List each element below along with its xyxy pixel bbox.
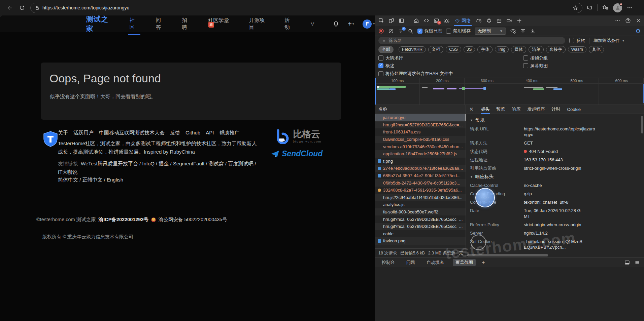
bookmark-star-icon[interactable] [573,5,578,10]
request-row[interactable]: analytics.js [375,201,466,208]
drawer-tab-4[interactable]: 覆盖范围 [453,259,476,266]
user-menu[interactable]: F ▾ [363,19,375,29]
nav-item-4[interactable]: 社区学堂新 [208,17,232,31]
activity-bar-icon[interactable] [399,18,404,24]
request-row[interactable]: hm.gif?hca=052769D3D3EB765C&cc=... [375,223,466,230]
checkbox-unchecked-icon[interactable] [378,71,383,76]
overview-checkbox[interactable]: 概述 [378,63,394,69]
request-row[interactable]: 274e7ebc8ad0db0b7e718fceea3628a9... [375,165,466,172]
elements-tab-icon[interactable] [423,18,429,24]
icp-number[interactable]: 渝ICP备2022001292号 [99,216,148,223]
more-filters-button[interactable]: 增加筛选条件 ▼ [594,38,625,44]
filter-toggle-button[interactable]: ✕ [398,28,404,34]
request-row[interactable]: application-18b47cade2506b27bf82.js [375,150,466,158]
filter-chip-12[interactable]: 其他 [589,46,604,53]
checkbox-unchecked-icon[interactable] [446,29,451,34]
request-name[interactable]: analytics.js [383,202,405,207]
big-request-rows-checkbox[interactable]: 大请求行 [378,55,403,61]
search-network-icon[interactable] [408,28,413,34]
footer-link-1[interactable]: 关于 [58,129,68,136]
drawer-tab-1[interactable]: 控制台 [379,259,398,266]
request-row[interactable]: fa-solid-900-3ceb50e7.woff2 [375,208,466,216]
close-details-icon[interactable]: ✕ [469,106,474,112]
close-devtools-icon[interactable] [636,18,641,24]
footer-link-6[interactable]: API [206,129,214,136]
nav-item-7[interactable]: V [311,21,314,27]
request-name[interactable]: hm.js?2c94babfa1f440b1bbbd2dac386... [383,195,463,200]
request-row[interactable]: cable [375,230,466,238]
request-name[interactable]: hm.gif?hca=052769D3D3EB765C&cc=... [383,122,463,127]
request-name[interactable]: fa-solid-900-3ceb50e7.woff2 [383,209,438,214]
filter-chip-3[interactable]: 文档 [428,46,443,53]
request-row[interactable]: 685b27cf-3507-44e2-90bf-f3fe5175ed... [375,172,466,179]
checkbox-unchecked-icon[interactable] [523,55,528,61]
har-pending-checkbox[interactable]: 将待处理的请求包含在HAR 文件中 [378,71,453,77]
browser-profile-avatar[interactable] [613,3,622,12]
details-tab-1[interactable]: 标头 [481,105,490,114]
favorites-bar-button[interactable] [602,5,608,11]
filter-input[interactable] [388,38,562,43]
filter-chip-10[interactable]: 套接字 [546,46,566,53]
drawer-dock-icon[interactable] [624,260,630,265]
request-row[interactable]: favicon.png [375,237,466,245]
device-emulation-icon[interactable] [388,18,394,24]
request-name[interactable]: application-18b47cade2506b27bf82.js [383,151,457,156]
site-brand[interactable]: 测试之家 [86,15,113,33]
clear-network-log-icon[interactable] [388,28,394,34]
browser-menu-icon[interactable] [627,5,633,11]
general-section-title[interactable]: ▼ 常规 [470,116,644,125]
disable-cache-checkbox[interactable]: 禁用缓存 [446,28,471,34]
application-tab-icon[interactable] [496,18,502,24]
biggeryun-logo[interactable]: 比格云 biggeryun.com [275,129,353,144]
request-name[interactable]: f.png [383,159,393,164]
checkbox-unchecked-icon[interactable] [378,55,383,61]
scrollbar-thumb[interactable] [467,254,548,256]
checkbox-unchecked-icon[interactable] [523,63,528,68]
filter-chip-2[interactable]: Fetch/XHR [399,46,426,52]
request-list-header[interactable]: 名称 [375,105,466,114]
throttling-select[interactable]: 无限制 ▼ [475,28,506,35]
media-tab-icon[interactable] [506,18,512,24]
customize-devtools-icon[interactable] [615,18,620,24]
request-name[interactable]: 0f9fb5db-2472-4430-9f7e-6c051f28c3... [383,180,460,186]
request-row[interactable]: f.png [375,158,466,165]
nav-item-2[interactable]: 问答 [156,17,165,31]
performance-tab-icon[interactable] [476,18,482,24]
request-row[interactable]: hm.js?2c94babfa1f440b1bbbd2dac386... [375,194,466,201]
request-name[interactable]: 332408c8-92a7-4591-9335-3efa595a6... [383,188,462,193]
request-row[interactable]: front-1063147a.css [375,128,466,136]
footer-link-3[interactable]: 中国移动互联网测试技术大会 [99,129,165,136]
drawer-menu-icon[interactable] [635,260,640,265]
export-har-icon[interactable] [530,28,536,34]
request-name[interactable]: cable [383,231,394,236]
sources-bug-icon[interactable] [444,18,449,24]
network-settings-gear-icon[interactable]: ⚙ [636,28,641,35]
request-row[interactable]: 0f9fb5db-2472-4430-9f7e-6c051f28c3... [375,179,466,187]
footer-link-5[interactable]: Github [185,129,200,136]
scrollbar-thumb[interactable] [641,116,643,133]
import-har-icon[interactable] [520,28,526,34]
checkbox-unchecked-icon[interactable] [569,38,574,43]
nav-item-3[interactable]: 招聘 [182,17,191,31]
memory-tab-icon[interactable] [486,18,492,24]
details-tab-3[interactable]: 响应 [512,105,521,114]
friend-links-text[interactable]: WeTest腾讯质量开放平台 / InfoQ / 掘金 / SegmentFau… [58,161,256,175]
user-avatar[interactable]: F [363,19,372,29]
reload-button[interactable] [17,3,27,13]
response-headers-section-title[interactable]: ▼ 响应标头 [470,172,644,181]
request-row[interactable]: tailwindcss_compile-bd54f1a0.css [375,136,466,143]
language-switcher[interactable]: 简体中文 / 正體中文 / English [58,177,260,183]
preserve-log-checkbox[interactable]: 保留日志 [417,28,442,34]
details-vertical-scrollbar[interactable] [641,115,644,242]
request-row[interactable]: hm.gif?hca=052769D3D3EB765C&cc=... [375,215,466,223]
inspect-element-icon[interactable] [378,18,384,24]
filter-chip-5[interactable]: JS [464,46,475,52]
request-row[interactable]: jiazurongyu [375,114,466,121]
request-row[interactable]: vendors-a910b79346e780ce8450.chun... [375,143,466,150]
details-tab-5[interactable]: 计时 [552,105,561,114]
request-name[interactable]: tailwindcss_compile-bd54f1a0.css [383,137,449,142]
browser-essentials-icon[interactable] [586,5,592,11]
details-tab-6[interactable]: Cookie [567,105,581,114]
request-name[interactable]: hm.gif?hca=052769D3D3EB765C&cc=... [383,224,463,229]
checkbox-checked-icon[interactable] [378,63,383,68]
